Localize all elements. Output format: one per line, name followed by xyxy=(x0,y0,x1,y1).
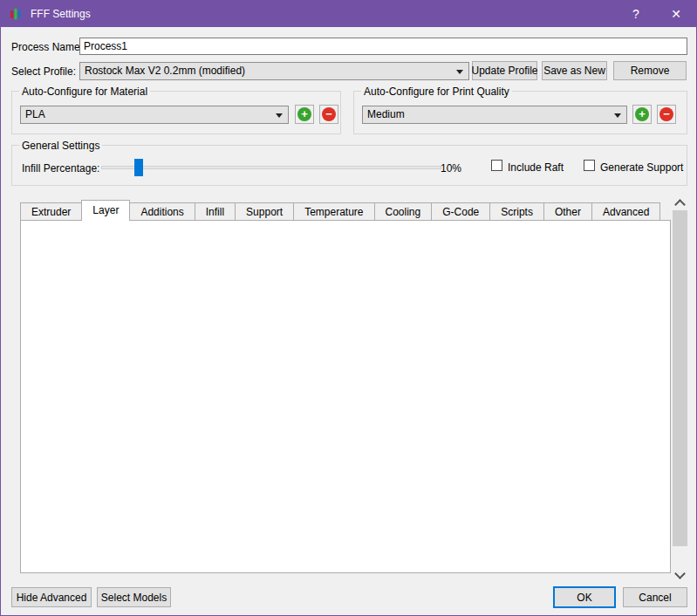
dropdown-arrow-icon xyxy=(276,113,283,118)
include-raft-label[interactable]: Include Raft xyxy=(508,161,564,175)
quality-add-button[interactable]: + xyxy=(632,105,652,124)
dropdown-arrow-icon xyxy=(614,113,621,118)
hide-advanced-button[interactable]: Hide Advanced xyxy=(11,587,92,607)
quality-dropdown[interactable]: Medium xyxy=(362,106,627,124)
select-profile-label: Select Profile: xyxy=(11,65,76,79)
material-add-button[interactable]: + xyxy=(295,105,314,124)
title-bar: FFF Settings ? ✕ xyxy=(1,1,696,27)
add-icon: + xyxy=(297,107,311,121)
tab-extruder[interactable]: Extruder xyxy=(20,202,82,221)
tab-other[interactable]: Other xyxy=(543,202,592,221)
include-raft-checkbox[interactable] xyxy=(491,160,502,171)
layer-tab-pane xyxy=(20,220,671,573)
profile-dropdown[interactable]: Rostock Max V2 0.2mm (modified) xyxy=(79,62,469,80)
tab-layer[interactable]: Layer xyxy=(81,200,130,221)
app-logo-icon xyxy=(10,7,24,21)
select-models-button[interactable]: Select Models xyxy=(97,587,171,607)
fff-settings-dialog: FFF Settings ? ✕ Process Name: Select Pr… xyxy=(0,0,697,616)
ok-button[interactable]: OK xyxy=(553,586,616,608)
scroll-down-icon[interactable] xyxy=(674,568,686,579)
material-group-title: Auto-Configure for Material xyxy=(19,86,150,98)
infill-percentage-label: Infill Percentage: xyxy=(22,162,99,175)
quality-group-title: Auto-Configure for Print Quality xyxy=(361,86,512,98)
remove-icon: − xyxy=(322,107,336,121)
tab-advanced[interactable]: Advanced xyxy=(591,202,660,221)
infill-percentage-value: 10% xyxy=(441,162,461,175)
tab-infill[interactable]: Infill xyxy=(195,202,236,221)
remove-button[interactable]: Remove xyxy=(613,61,687,80)
infill-slider-track[interactable] xyxy=(101,166,441,169)
quality-remove-button[interactable]: − xyxy=(657,105,676,124)
cancel-button[interactable]: Cancel xyxy=(623,587,687,607)
tab-scripts[interactable]: Scripts xyxy=(489,202,544,221)
process-name-label: Process Name: xyxy=(11,41,83,54)
material-dropdown-value: PLA xyxy=(25,108,45,120)
profile-dropdown-value: Rostock Max V2 0.2mm (modified) xyxy=(85,65,245,77)
tab-temperature[interactable]: Temperature xyxy=(293,202,374,221)
close-button[interactable]: ✕ xyxy=(657,1,695,27)
scrollbar-thumb[interactable] xyxy=(673,210,687,546)
generate-support-label[interactable]: Generate Support xyxy=(600,161,683,175)
material-remove-button[interactable]: − xyxy=(319,105,338,124)
update-profile-button[interactable]: Update Profile xyxy=(472,61,537,80)
generate-support-checkbox[interactable] xyxy=(584,160,595,171)
infill-slider-handle[interactable] xyxy=(134,159,143,176)
settings-tab-bar: Extruder Layer Additions Infill Support … xyxy=(20,200,660,221)
add-icon: + xyxy=(635,107,649,121)
window-title: FFF Settings xyxy=(31,8,91,20)
tab-gcode[interactable]: G-Code xyxy=(431,202,490,221)
vertical-scrollbar[interactable] xyxy=(673,195,687,584)
save-as-new-button[interactable]: Save as New xyxy=(542,61,607,80)
tab-cooling[interactable]: Cooling xyxy=(374,202,433,221)
remove-icon: − xyxy=(659,107,673,121)
help-button[interactable]: ? xyxy=(617,1,655,27)
scroll-up-icon[interactable] xyxy=(674,199,686,210)
tab-support[interactable]: Support xyxy=(235,202,294,221)
general-settings-title: General Settings xyxy=(19,140,102,152)
process-name-input[interactable] xyxy=(79,38,687,55)
quality-dropdown-value: Medium xyxy=(367,108,405,120)
tab-additions[interactable]: Additions xyxy=(129,202,195,221)
dropdown-arrow-icon xyxy=(456,70,463,74)
material-dropdown[interactable]: PLA xyxy=(20,106,289,124)
